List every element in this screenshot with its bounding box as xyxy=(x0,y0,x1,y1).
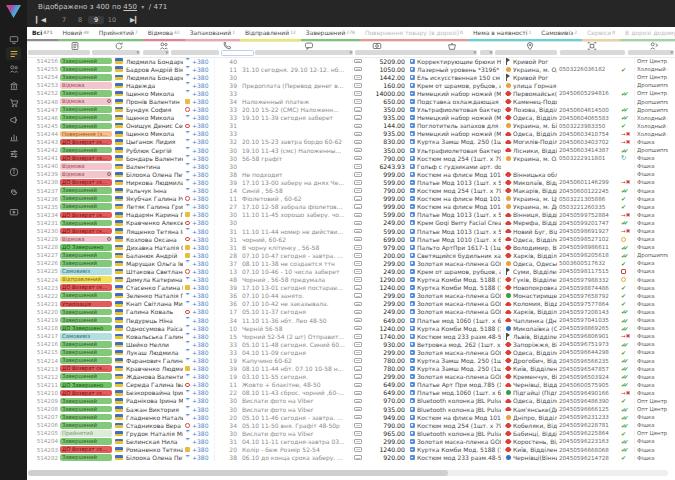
client-phone-link[interactable]: +380 xyxy=(192,252,214,259)
manager-note[interactable]: Колір - беж Розмір 52-54 xyxy=(242,446,352,453)
product-name[interactable]: Платье Мод 1013 (1шт. х 599.0... xyxy=(417,211,501,218)
delivery-city[interactable]: Первомайськ(... xyxy=(513,90,557,97)
order-status-badge[interactable]: Завершений xyxy=(60,398,112,405)
order-status-badge[interactable]: Утилізація xyxy=(60,301,112,308)
manager-note[interactable]: чорний, 60-62 xyxy=(242,236,352,243)
product-name[interactable]: Костюм мод 233 разм.48-58 (1... xyxy=(417,454,501,461)
client-name[interactable]: Штакова Светлана xyxy=(126,268,183,275)
client-phone-link[interactable]: +380 xyxy=(192,155,214,162)
tracking-number[interactable]: 0503221260335 xyxy=(559,204,621,210)
client-name[interactable]: Летяк Галина Григо... xyxy=(126,203,183,210)
tracking-number[interactable]: 20450597577864 xyxy=(559,301,621,307)
product-name[interactable]: Костюм на флисе Мод 1014 (1ш... xyxy=(417,195,501,202)
client-phone-link[interactable]: +380 xyxy=(192,430,214,437)
client-phone-link[interactable]: +380 xyxy=(192,203,214,210)
client-phone-link[interactable]: +380 xyxy=(192,454,214,461)
order-row[interactable]: 514218ДО ЗавершеноОдносумова Раіса І...*… xyxy=(28,324,675,332)
client-name[interactable]: Середа Галина Івані... xyxy=(126,381,183,388)
client-name[interactable]: Стадникова Вера В... xyxy=(126,422,183,429)
order-row[interactable]: 514213ДО Возврат ск...Кравченко Людмила+… xyxy=(28,365,675,373)
manager-note[interactable]: 19.10 11-43 (смс) Наложенны... xyxy=(242,147,352,154)
client-name[interactable]: Цыганок Лидия xyxy=(126,138,183,145)
tracking-number[interactable]: 20450596231233 xyxy=(559,414,621,420)
tracking-number[interactable]: 20450599752884 xyxy=(559,212,621,218)
tracking-number[interactable]: 20450601146299 xyxy=(559,179,621,185)
page-number-9[interactable]: 9 xyxy=(88,16,104,24)
delivery-city[interactable]: Одеса, Відділен... xyxy=(513,130,557,137)
client-name[interactable]: Пронів Валентин xyxy=(126,98,183,105)
product-name[interactable]: Костюм мод 254 (1шт. х 790.00... xyxy=(417,155,501,162)
product-name[interactable]: Куртка Комби Мод. 5188 (1шт.... xyxy=(417,276,501,283)
delivery-city[interactable]: Лозова, Відділе... xyxy=(513,106,557,113)
delivery-city[interactable]: Одеса, Відділен... xyxy=(513,397,557,404)
product-name[interactable]: Немецкий набор ножей (Mirage... xyxy=(417,130,501,137)
client-phone-link[interactable]: +380 xyxy=(192,163,214,170)
product-name[interactable]: Bluetooth колонка JBL Pulse 3 (... xyxy=(417,397,501,404)
order-status-badge[interactable]: Завершений xyxy=(60,260,112,267)
page-number-10[interactable]: 10 xyxy=(104,16,120,24)
filter-caret-icon[interactable]: ▾ xyxy=(136,49,139,55)
client-name[interactable]: Раднікова Ірина Ми... xyxy=(126,397,183,404)
tracking-number[interactable]: 20450596566235 xyxy=(559,358,621,364)
tracking-number[interactable]: 20450603410754 xyxy=(559,131,621,137)
column-filter-input-10[interactable]: ▾ xyxy=(628,50,674,55)
order-status-badge[interactable]: Завершений xyxy=(60,123,112,130)
product-name[interactable]: Куртка Замш Мод. 250 (1шт. х 8... xyxy=(417,138,501,145)
manager-note[interactable]: Капучино 60-62 xyxy=(242,357,352,364)
tab-прийнятий[interactable]: Прийнятий7 xyxy=(94,27,143,41)
sliders-icon[interactable] xyxy=(6,147,21,160)
client-name[interactable]: Кнап Світлана Миха... xyxy=(126,300,183,307)
column-header-chat-icon[interactable] xyxy=(303,41,315,50)
manager-note[interactable]: 03.10 11-55 сегодня. xyxy=(242,373,352,380)
delivery-city[interactable]: Миколаївка (Од... xyxy=(513,325,557,332)
product-name[interactable]: Платье Мод 1010 (1шт. х 699.0... xyxy=(417,236,501,243)
client-name[interactable]: Кравченко Людмила xyxy=(126,365,183,372)
delivery-city[interactable]: улица Горная 5/2 xyxy=(513,82,557,89)
column-header-doc-lines-icon[interactable] xyxy=(69,41,81,50)
order-status-badge[interactable]: Завершений xyxy=(60,252,112,259)
product-name[interactable]: Ультрафиолетовая бактерици... xyxy=(417,147,501,154)
order-row[interactable]: 514226ЗавершенийМарущак Ольга Іва...*+38… xyxy=(28,259,675,267)
order-row[interactable]: 514240ВідмоваВалентина*+380306243.93Голь… xyxy=(28,162,675,170)
bank-icon[interactable] xyxy=(6,79,21,92)
horizontal-scrollbar-thumb[interactable] xyxy=(28,470,448,476)
client-name[interactable]: Дихавка Наталія Си... xyxy=(126,244,183,251)
column-filter-input-7[interactable]: ▾ xyxy=(480,50,493,55)
client-name[interactable]: Стасенко Галина Ви... xyxy=(126,284,183,291)
tracking-number[interactable]: 20450597041035 xyxy=(559,317,621,323)
delivery-city[interactable]: Чернівці(Вінни... xyxy=(513,454,557,461)
order-status-badge[interactable]: Завершений xyxy=(60,220,112,227)
order-row[interactable]: 514216ЗавершенийШейко Нелли*+3803305.10 … xyxy=(28,340,675,348)
delivery-city[interactable]: Кривой Рог xyxy=(513,74,557,81)
client-name[interactable]: Баланюк Андрій xyxy=(126,252,183,259)
tracking-number[interactable]: 20450596228781 xyxy=(559,422,621,428)
order-status-badge[interactable]: ДО Возврат ск... xyxy=(60,228,112,235)
client-name[interactable]: Романенко Тетяна xyxy=(126,446,183,453)
tracking-number[interactable]: 0503222911801 xyxy=(559,155,621,161)
client-phone-link[interactable]: +380 xyxy=(192,228,214,235)
hand-icon[interactable] xyxy=(6,185,21,198)
order-status-badge[interactable]: ДО Возврат ск... xyxy=(60,390,112,397)
tracking-number[interactable]: 5003600517632 xyxy=(559,260,621,266)
tracking-number[interactable]: 20450599201747 xyxy=(559,220,621,226)
manager-note[interactable]: 07.10 10-42 не заказывала. xyxy=(242,300,352,307)
client-name[interactable]: Онищук Денис Сергі... xyxy=(126,122,183,129)
product-name[interactable]: Куртка Замш Мод. 250 (1шт. х 7... xyxy=(417,365,501,372)
order-row[interactable]: 514242ЗавершенийРублюк Сергій*+3803019.1… xyxy=(28,146,675,154)
order-status-badge[interactable]: Завершений xyxy=(60,309,112,316)
order-status-badge[interactable]: ДО Возврат ск... xyxy=(60,179,112,186)
video-icon[interactable] xyxy=(6,205,21,218)
order-row[interactable]: 514203ДО Возврат ск...Романенко Тетяна+3… xyxy=(28,446,675,454)
tracking-number[interactable]: 20450596223163 xyxy=(559,438,621,444)
order-row[interactable]: 514243ДО Возврат ск...Цыганок Лидия*+380… xyxy=(28,138,675,146)
order-status-badge[interactable]: Повернення (з... xyxy=(60,131,112,138)
order-row[interactable]: 514202ЗавершенийБілоока Олена Петр...*+3… xyxy=(28,454,675,462)
manager-note[interactable]: 08.10 11-43 сброс. чорний ,60-... xyxy=(242,389,352,396)
order-status-badge[interactable]: ДО Возврат ск... xyxy=(60,284,112,291)
product-name[interactable]: Немецкий набор ножей (Mirag... xyxy=(417,90,501,97)
order-row[interactable]: 514214ЗавершенийФаранович Галина*+38019К… xyxy=(28,356,675,364)
product-name[interactable]: Костюм на флисе Мод 1014 (1ш... xyxy=(417,171,501,178)
tab-відмова[interactable]: Відмова42 xyxy=(143,27,185,41)
displayed-range-value[interactable]: 450 xyxy=(123,3,137,11)
client-phone-link[interactable]: +380 xyxy=(192,122,214,129)
